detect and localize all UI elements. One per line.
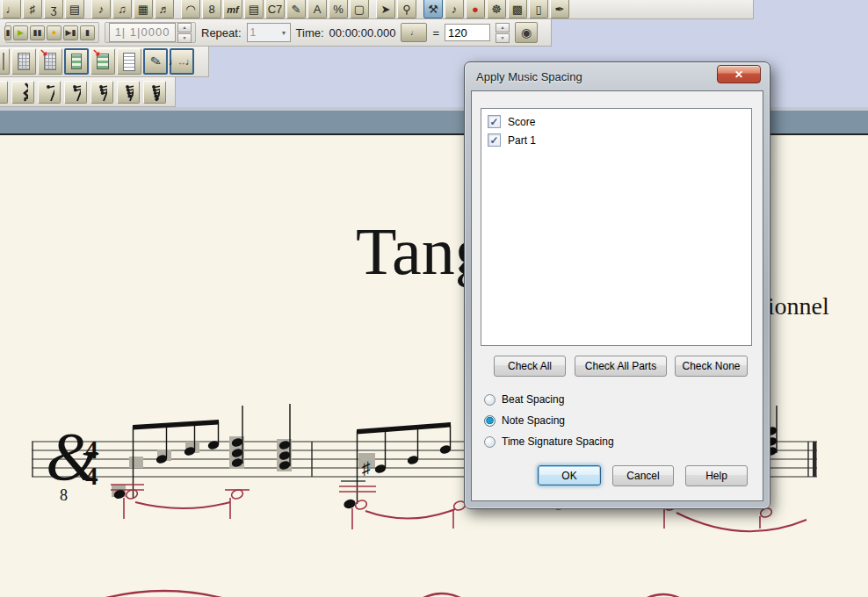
music-spacing-tool-button[interactable]: ♩↔♩ [170, 48, 194, 75]
eighth-rest-icon [44, 82, 54, 103]
cancel-button[interactable]: Cancel [612, 465, 674, 486]
beamed-notes-tool-icon[interactable]: ♬ [155, 0, 174, 18]
sharp-tool-icon[interactable]: ♯ [23, 0, 42, 18]
list-item[interactable]: ✓Score [481, 112, 751, 131]
simple-entry-tool-icon: ♪ [98, 4, 105, 15]
chord-tool-icon[interactable]: C7 [265, 0, 285, 18]
keyboard-entry-tool-icon[interactable]: ▦ [134, 0, 153, 18]
spin-down-icon[interactable]: ▼ [495, 33, 510, 43]
clef-octave-mark: 8 [60, 486, 68, 504]
layout-palette: ↘↘✎♩↔♩ [0, 47, 209, 77]
sixteenth-rest-icon [70, 82, 81, 103]
record-button[interactable]: ● [47, 25, 61, 40]
zoom-tool-icon[interactable]: ⚲ [397, 0, 416, 18]
quarter-rest-button[interactable] [11, 81, 34, 104]
text-tool-icon[interactable]: A [307, 0, 327, 18]
text-tool-icon: A [314, 4, 322, 15]
radio-beat-spacing[interactable]: Beat Spacing [484, 392, 564, 406]
speaker-icon: ◉ [521, 25, 532, 40]
bass-clef-tool-icon[interactable]: ʒ [44, 0, 63, 18]
page-layout-tool-icon[interactable]: ▢ [350, 0, 369, 18]
note-spacing-icon: ♩↔♩ [169, 56, 195, 67]
radio-time-signature-spacing[interactable]: Time Signature Spacing [484, 435, 614, 449]
tempo-unit-button[interactable]: ♩ [401, 23, 427, 42]
spin-up-icon[interactable]: ▲ [177, 23, 192, 32]
repeat-tool-icon: % [333, 4, 344, 15]
selection-tool-icon[interactable]: ➤ [376, 0, 395, 18]
forward-button[interactable]: ▶▮ [63, 25, 78, 40]
checkbox-score[interactable]: ✓ [488, 115, 501, 128]
tempo-spinner: ▲ ▼ [495, 23, 510, 43]
radio-button-icon[interactable] [484, 394, 495, 406]
eighth-rest-button[interactable] [38, 81, 61, 104]
thirtysecond-rest-icon [97, 82, 107, 103]
page-edit-tool-button[interactable]: ✎ [143, 48, 168, 75]
radio-label: Time Signature Spacing [502, 435, 614, 448]
repeat-dropdown[interactable]: 1 ▼ [247, 23, 291, 42]
radio-button-icon[interactable] [484, 436, 495, 448]
radio-label: Beat Spacing [502, 393, 564, 406]
bass-clef-tool-icon: ʒ [50, 4, 56, 15]
radio-label: Note Spacing [502, 414, 565, 427]
apple-tool-icon[interactable]: ● [466, 0, 485, 18]
close-button[interactable]: ✕ [717, 65, 761, 83]
radio-note-spacing[interactable]: Note Spacing [484, 414, 565, 428]
playback-controls-bar: ▮▶▮▮●▶▮▮ 1| 1|0000 ▲ ▼ Repeat: 1 ▼ Time:… [0, 19, 552, 47]
special-tools-icon[interactable]: ✎ [286, 0, 306, 18]
check-all-parts-button[interactable]: Check All Parts [575, 356, 667, 377]
spin-down-icon[interactable]: ▼ [177, 33, 192, 43]
playback-settings-tool-icon[interactable]: ⚒ [423, 0, 443, 18]
graphics-tool-icon: ✒ [555, 4, 565, 15]
octave-tool-icon: 8 [208, 4, 214, 15]
sixteenth-rest-button[interactable] [64, 81, 87, 104]
score-settings-tool-icon[interactable]: ▩ [508, 0, 527, 18]
staff-view-tool-button[interactable] [64, 48, 89, 75]
help-button[interactable]: Help [685, 465, 748, 486]
onetwentyeighth-rest-button[interactable] [143, 81, 166, 104]
chevron-down-icon: ▼ [281, 30, 287, 36]
palette-partial-button[interactable] [0, 48, 10, 75]
score-settings-tool-icon: ▩ [512, 4, 523, 15]
staff-edit-tool-button[interactable]: ↘ [90, 48, 115, 75]
list-item[interactable]: ✓Part 1 [481, 131, 751, 149]
note-tool-icon[interactable]: ♩ [2, 0, 21, 18]
radio-button-icon[interactable] [484, 415, 495, 427]
mirror-tool-icon[interactable]: ▯ [529, 0, 548, 18]
note-mover-tool-icon[interactable]: ♪ [445, 0, 464, 18]
thirtysecond-rest-button[interactable] [90, 81, 113, 104]
tempo-input[interactable] [445, 24, 490, 41]
ok-button[interactable]: OK [538, 465, 601, 486]
graphics-tool-icon[interactable]: ✒ [550, 0, 569, 18]
selection-boxes [112, 436, 375, 497]
measure-counter[interactable]: 1| 1|0000 [109, 23, 176, 42]
spin-up-icon[interactable]: ▲ [495, 23, 510, 32]
check-none-button[interactable]: Check None [675, 356, 748, 377]
rest-partial-button[interactable] [0, 81, 8, 104]
pause-button[interactable]: ▮▮ [30, 25, 45, 40]
grace-note-tool-icon[interactable]: ♫ [112, 0, 132, 18]
checkbox-part-1[interactable]: ✓ [488, 133, 501, 147]
dynamics-tool-icon[interactable]: mf [223, 0, 242, 18]
simple-entry-tool-icon[interactable]: ♪ [91, 0, 111, 18]
check-all-button[interactable]: Check All [494, 356, 566, 377]
staff-lines-tool-icon[interactable]: ▤ [244, 0, 264, 18]
grid-edit-tool-button[interactable]: ↘ [38, 48, 62, 75]
sixtyfourth-rest-button[interactable] [117, 81, 140, 104]
play-button[interactable]: ▶ [13, 25, 28, 40]
speaker-button[interactable]: ◉ [515, 22, 538, 43]
rewind-button[interactable]: ▮ [4, 25, 11, 40]
slur-tool-icon[interactable]: ◠ [181, 0, 200, 18]
stop-button[interactable]: ▮ [80, 25, 95, 40]
document-options-button[interactable] [117, 48, 141, 75]
grid-tool-button[interactable] [11, 48, 36, 75]
parts-listbox[interactable]: ✓Score✓Part 1 [481, 108, 752, 346]
grid-tool-button-icon [18, 53, 30, 70]
staff-paper-tool-icon[interactable]: ▤ [65, 0, 84, 18]
repeat-tool-icon[interactable]: % [329, 0, 348, 18]
time-label: Time: [296, 26, 324, 40]
counter-group: 1| 1|0000 ▲ ▼ [105, 22, 196, 43]
color-wheel-tool-icon[interactable]: ☸ [487, 0, 506, 18]
octave-tool-icon[interactable]: 8 [202, 0, 221, 18]
sharp-tool-icon: ♯ [30, 4, 36, 15]
note-tool-icon: ♩ [6, 4, 18, 15]
